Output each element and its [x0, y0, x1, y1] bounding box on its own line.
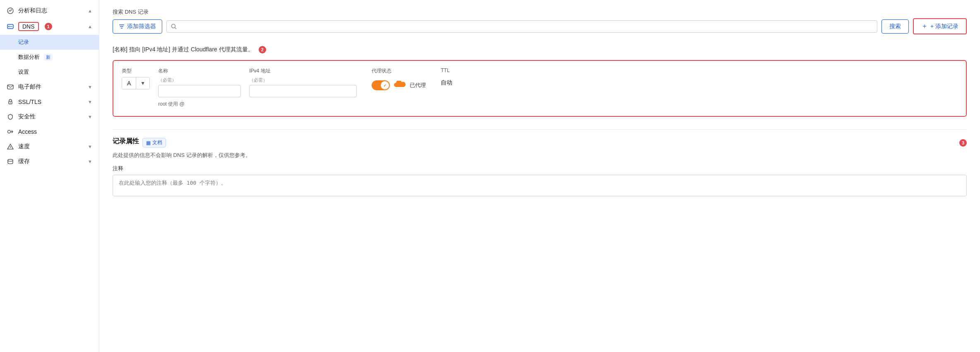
add-record-button-label: + 添加记录 — [930, 23, 958, 30]
record-properties-section: 记录属性 ▦ 文档 3 此处提供的信息不会影响 DNS 记录的解析，仅供您参考。… — [113, 137, 967, 198]
speed-arrow: ▼ — [88, 144, 92, 149]
ttl-group: TTL 自动 — [441, 68, 452, 87]
comment-input[interactable] — [113, 175, 967, 196]
proxy-status-text: 已代理 — [410, 82, 426, 89]
type-dropdown-arrow[interactable]: ▼ — [136, 78, 149, 89]
sidebar-item-dns-analytics[interactable]: 数据分析 新 — [0, 50, 99, 65]
dns-badge: 1 — [45, 23, 52, 30]
type-value: A — [122, 77, 136, 89]
sidebar-item-ssl[interactable]: SSL/TLS ▼ — [0, 94, 99, 109]
svg-line-16 — [175, 27, 177, 29]
comment-label: 注释 — [113, 165, 967, 172]
dns-analytics-new-badge: 新 — [44, 54, 53, 61]
sidebar-item-ssl-label: SSL/TLS — [18, 99, 41, 105]
name-label: 名称 — [158, 68, 241, 75]
svg-point-2 — [8, 26, 10, 27]
dns-collapse-arrow: ▲ — [88, 24, 92, 29]
add-record-button[interactable]: ＋ + 添加记录 — [913, 18, 967, 34]
ipv4-group: IPv4 地址 （必需） — [249, 68, 357, 97]
sidebar-item-settings[interactable]: 设置 — [0, 65, 99, 80]
sidebar-item-analytics[interactable]: 分析和日志 ▲ — [0, 3, 99, 18]
search-input[interactable] — [179, 23, 873, 30]
search-input-wrap — [166, 20, 877, 33]
sidebar-item-speed-label: 速度 — [18, 143, 30, 150]
step2-badge: 2 — [259, 46, 266, 53]
doc-icon: ▦ — [146, 140, 151, 146]
name-input[interactable] — [158, 85, 241, 97]
ipv4-sublabel: （必需） — [249, 77, 357, 83]
sidebar-item-dns-analytics-label: 数据分析 — [18, 53, 40, 61]
svg-point-15 — [172, 24, 175, 28]
sidebar-item-email-label: 电子邮件 — [18, 83, 41, 91]
ttl-value-text: 自动 — [441, 79, 452, 87]
dns-form-box: 类型 A ▼ 名称 （必需） root 使用 @ IPv4 地址 （必需） 代理… — [113, 60, 967, 117]
sidebar-item-dns[interactable]: DNS 1 ▲ — [0, 18, 99, 35]
filter-icon — [119, 24, 125, 29]
step3-badge: 3 — [959, 139, 967, 147]
speed-icon — [7, 143, 14, 150]
sidebar-item-security[interactable]: 安全性 ▼ — [0, 109, 99, 124]
sidebar-item-access[interactable]: Access — [0, 124, 99, 139]
search-icon — [171, 24, 177, 29]
cache-arrow: ▼ — [88, 159, 92, 164]
dns-icon — [7, 23, 14, 30]
search-button-label: 搜索 — [889, 23, 901, 29]
toggle-knob: ✓ — [381, 81, 389, 89]
access-icon — [7, 128, 14, 135]
email-icon — [7, 83, 14, 91]
sidebar-item-security-label: 安全性 — [18, 113, 36, 121]
sidebar-item-cache[interactable]: 缓存 ▼ — [0, 154, 99, 169]
proxy-toggle[interactable]: ✓ — [372, 80, 390, 90]
filter-button-label: 添加筛选器 — [127, 23, 156, 30]
ttl-label: TTL — [441, 68, 452, 73]
dns-box: DNS — [18, 22, 39, 31]
svg-point-11 — [8, 159, 13, 162]
doc-badge-label: 文档 — [152, 139, 162, 146]
svg-point-6 — [10, 102, 11, 103]
search-button[interactable]: 搜索 — [882, 19, 909, 34]
add-record-icon: ＋ — [921, 22, 928, 31]
security-arrow: ▼ — [88, 114, 92, 119]
shield-icon — [7, 113, 14, 121]
sidebar: 分析和日志 ▲ DNS 1 ▲ 记录 数据分析 新 设置 — [0, 0, 99, 352]
analytics-arrow: ▲ — [88, 8, 92, 13]
main-content: 搜索 DNS 记录 添加筛选器 搜索 — [99, 0, 980, 352]
proxy-group: 代理状态 ✓ 已代理 — [372, 68, 426, 90]
type-select[interactable]: A ▼ — [122, 77, 150, 89]
divider — [113, 129, 967, 130]
name-sublabel: （必需） — [158, 77, 241, 83]
cache-icon — [7, 158, 14, 165]
sidebar-item-dns-records-label: 记录 — [18, 39, 29, 46]
email-arrow: ▼ — [88, 84, 92, 89]
sidebar-item-settings-label: 设置 — [18, 68, 29, 76]
type-label: 类型 — [122, 68, 150, 75]
sidebar-item-cache-label: 缓存 — [18, 158, 30, 165]
info-text: [名称] 指向 [IPv4 地址] 并通过 Cloudflare 代理其流量。 — [113, 46, 254, 53]
cloudflare-cloud-icon — [393, 81, 406, 90]
ipv4-label: IPv4 地址 — [249, 68, 357, 75]
filter-button[interactable]: 添加筛选器 — [113, 19, 162, 34]
svg-rect-4 — [7, 85, 13, 89]
sidebar-item-analytics-label: 分析和日志 — [18, 7, 47, 14]
sidebar-item-dns-label: DNS — [22, 23, 35, 30]
svg-point-7 — [8, 130, 11, 133]
name-group: 名称 （必需） root 使用 @ — [158, 68, 241, 108]
record-props-title: 记录属性 — [113, 137, 139, 146]
sidebar-item-access-label: Access — [18, 128, 37, 135]
ssl-icon — [7, 98, 14, 106]
ssl-arrow: ▼ — [88, 99, 92, 104]
proxy-label: 代理状态 — [372, 68, 426, 75]
type-group: 类型 A ▼ — [122, 68, 150, 89]
record-props-desc: 此处提供的信息不会影响 DNS 记录的解析，仅供您参考。 — [113, 152, 967, 159]
sidebar-item-speed[interactable]: 速度 ▼ — [0, 139, 99, 154]
name-hint: root 使用 @ — [158, 101, 241, 108]
search-label: 搜索 DNS 记录 — [113, 8, 967, 16]
analytics-icon — [7, 7, 14, 14]
doc-badge[interactable]: ▦ 文档 — [142, 138, 166, 147]
info-row: [名称] 指向 [IPv4 地址] 并通过 Cloudflare 代理其流量。 … — [113, 46, 967, 53]
sidebar-item-email[interactable]: 电子邮件 ▼ — [0, 80, 99, 94]
sidebar-item-dns-records[interactable]: 记录 — [0, 35, 99, 50]
ipv4-input[interactable] — [249, 85, 357, 97]
